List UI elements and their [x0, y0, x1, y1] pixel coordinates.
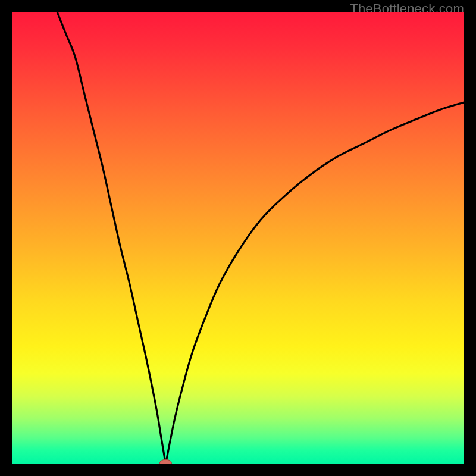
bottleneck-curve-plot [12, 12, 464, 464]
curve-right-branch [165, 102, 464, 464]
chart-area [12, 12, 464, 464]
curve-left-branch [57, 12, 165, 464]
minimum-marker [159, 459, 171, 464]
